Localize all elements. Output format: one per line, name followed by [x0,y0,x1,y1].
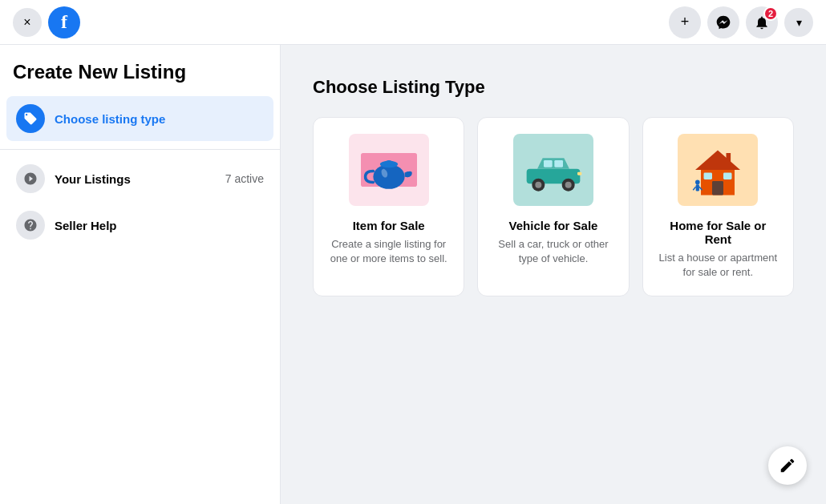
nav-left: × f [13,6,80,38]
sidebar: Create New Listing Choose listing type Y… [0,45,281,504]
card-vehicle-for-sale[interactable]: Vehicle for Sale Sell a car, truck or ot… [477,117,629,296]
main-layout: Create New Listing Choose listing type Y… [0,45,826,504]
card-desc-home-for-sale: List a house or apartment for sale or re… [656,251,780,280]
vehicle-illustration [513,134,593,206]
sidebar-item-seller-help[interactable]: Seller Help [6,203,273,248]
notifications-button[interactable]: 2 [746,6,778,38]
add-button[interactable]: + [669,6,701,38]
sidebar-icon-tag [16,104,45,133]
card-image-vehicle [513,134,593,206]
top-nav: × f + 2 ▾ [0,0,826,45]
card-desc-item-for-sale: Create a single listing for one or more … [326,237,451,266]
svg-rect-20 [696,184,699,191]
svg-rect-7 [554,160,563,167]
sidebar-label-your-listings: Your Listings [55,172,216,186]
card-item-for-sale[interactable]: Item for Sale Create a single listing fo… [313,117,464,296]
sidebar-divider [0,149,280,150]
content-area: Choose Listing Type [281,45,826,504]
svg-point-3 [385,160,391,165]
messenger-button[interactable] [707,6,739,38]
content-title: Choose Listing Type [313,77,794,98]
svg-rect-15 [712,181,723,196]
svg-rect-17 [723,173,732,179]
card-title-home-for-sale: Home for Sale or Rent [656,219,780,246]
card-home-for-sale[interactable]: Home for Sale or Rent List a house or ap… [642,117,794,296]
sidebar-icon-list [16,164,45,193]
account-menu-button[interactable]: ▾ [784,8,813,37]
svg-rect-18 [727,153,731,164]
nav-actions: + 2 ▾ [669,6,813,38]
sidebar-item-your-listings[interactable]: Your Listings 7 active [6,156,273,201]
close-icon: × [23,15,30,30]
card-image-item [349,134,429,206]
sidebar-item-choose-listing[interactable]: Choose listing type [6,96,273,141]
sidebar-label-seller-help: Seller Help [55,219,264,232]
sidebar-title: Create New Listing [0,45,280,96]
listing-cards-row: Item for Sale Create a single listing fo… [313,117,794,296]
chevron-down-icon: ▾ [796,16,802,29]
svg-point-1 [373,164,404,189]
edit-float-button[interactable] [768,446,807,485]
close-button[interactable]: × [13,8,42,37]
svg-point-11 [565,182,572,188]
add-icon: + [681,14,690,30]
card-desc-vehicle-for-sale: Sell a car, truck or other type of vehic… [491,237,615,266]
messenger-icon [715,14,731,30]
teapot-icon [361,142,417,198]
svg-line-21 [694,187,697,190]
card-title-item-for-sale: Item for Sale [353,219,425,232]
sidebar-label-choose-listing: Choose listing type [55,112,264,126]
card-image-home [678,134,758,206]
house-icon [690,142,746,198]
svg-rect-16 [704,173,713,179]
item-sale-illustration [349,134,429,206]
edit-icon [779,457,796,474]
notification-badge: 2 [763,6,778,21]
facebook-logo: f [48,6,80,38]
home-illustration [678,134,758,206]
sidebar-badge-active: 7 active [225,172,264,185]
svg-point-19 [695,180,700,185]
card-title-vehicle-for-sale: Vehicle for Sale [509,219,598,232]
sidebar-icon-help [16,211,45,240]
svg-rect-12 [577,172,581,175]
svg-rect-6 [544,160,553,167]
svg-point-9 [535,182,541,188]
svg-marker-14 [695,151,740,171]
car-icon [521,146,585,194]
